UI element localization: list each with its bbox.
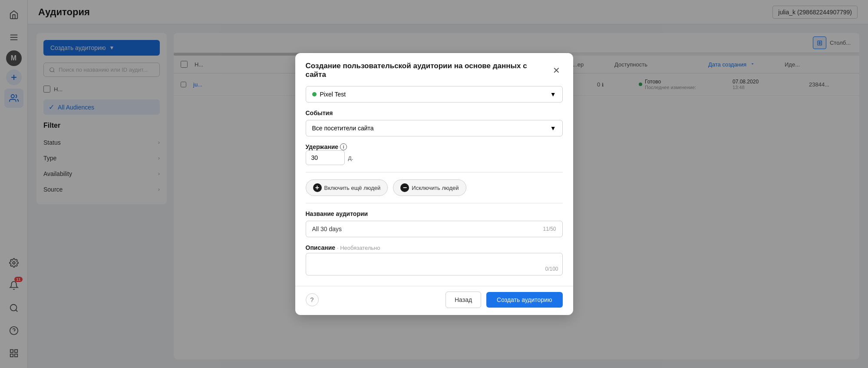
exclude-people-button[interactable]: − Исключить людей bbox=[393, 179, 466, 196]
modal-close-button[interactable]: ✕ bbox=[551, 64, 563, 76]
audience-name-section: Название аудитории 11/50 bbox=[306, 210, 563, 237]
audience-name-field: 11/50 bbox=[306, 221, 563, 237]
event-select[interactable]: Все посетители сайта ▼ bbox=[306, 120, 563, 136]
help-button[interactable]: ? bbox=[306, 293, 319, 306]
chevron-down-icon: ▼ bbox=[550, 91, 556, 98]
submit-button[interactable]: Создать аудиторию bbox=[486, 292, 562, 308]
retention-section: Удержание i д. bbox=[306, 143, 563, 165]
events-section: События Все посетители сайта ▼ bbox=[306, 109, 563, 136]
audience-name-counter: 11/50 bbox=[543, 226, 556, 232]
include-people-button[interactable]: + Включить ещё людей bbox=[306, 179, 388, 196]
description-optional-label: · Необязательно bbox=[337, 245, 380, 251]
description-section: Описание · Необязательно 0/100 bbox=[306, 244, 563, 275]
events-label: События bbox=[306, 109, 563, 116]
description-label: Описание · Необязательно bbox=[306, 244, 563, 251]
divider2 bbox=[306, 203, 563, 203]
divider bbox=[306, 172, 563, 172]
retention-input[interactable] bbox=[306, 150, 345, 165]
retention-row: д. bbox=[306, 150, 563, 165]
modal-title: Создание пользовательской аудитории на о… bbox=[306, 62, 551, 79]
pixel-select[interactable]: Pixel Test ▼ bbox=[306, 86, 563, 103]
back-button[interactable]: Назад bbox=[446, 292, 481, 308]
action-buttons: + Включить ещё людей − Исключить людей bbox=[306, 179, 563, 196]
description-input[interactable] bbox=[306, 253, 563, 275]
modal-header: Создание пользовательской аудитории на о… bbox=[295, 53, 573, 86]
modal-body: Pixel Test ▼ События Все посетители сайт… bbox=[295, 86, 573, 286]
audience-name-input[interactable] bbox=[312, 225, 543, 232]
exclude-icon: − bbox=[400, 183, 409, 192]
retention-label: Удержание i bbox=[306, 143, 563, 150]
include-icon: + bbox=[313, 183, 322, 192]
modal: Создание пользовательской аудитории на о… bbox=[295, 53, 573, 315]
modal-footer: ? Назад Создать аудиторию bbox=[295, 286, 573, 315]
retention-unit: д. bbox=[348, 154, 353, 161]
footer-actions: Назад Создать аудиторию bbox=[446, 292, 563, 308]
modal-overlay[interactable]: Создание пользовательской аудитории на о… bbox=[0, 0, 868, 368]
description-counter: 0/100 bbox=[545, 266, 558, 272]
pixel-status-dot bbox=[312, 92, 317, 96]
audience-name-label: Название аудитории bbox=[306, 210, 563, 217]
description-wrapper: 0/100 bbox=[306, 253, 563, 275]
chevron-down-icon: ▼ bbox=[550, 125, 556, 132]
retention-info-icon[interactable]: i bbox=[340, 143, 347, 150]
